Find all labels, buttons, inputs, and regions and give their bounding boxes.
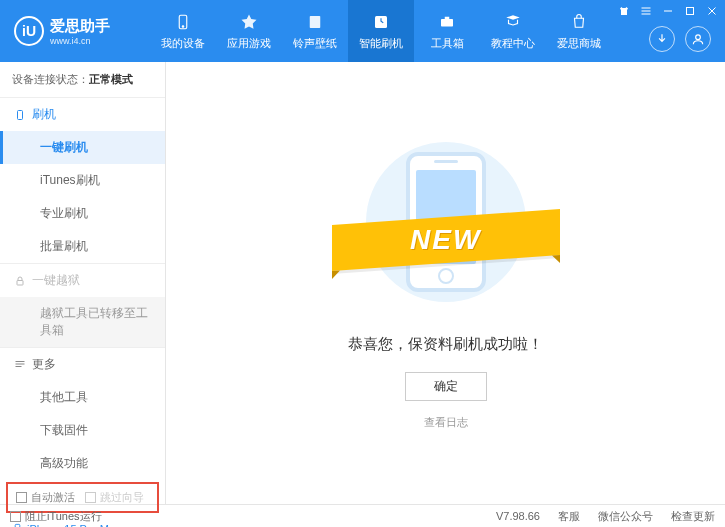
nav-label: 爱思商城 bbox=[557, 36, 601, 51]
lock-icon bbox=[14, 275, 26, 287]
phone-icon bbox=[14, 109, 26, 121]
sidebar-item-advanced[interactable]: 高级功能 bbox=[0, 447, 165, 480]
connection-status: 设备连接状态：正常模式 bbox=[0, 62, 165, 97]
sidebar-section-more[interactable]: 更多 bbox=[0, 348, 165, 381]
ok-button[interactable]: 确定 bbox=[405, 372, 487, 401]
main-content: NEW 恭喜您，保资料刷机成功啦！ 确定 查看日志 bbox=[166, 62, 725, 504]
nav-label: 我的设备 bbox=[161, 36, 205, 51]
checkbox-block-itunes[interactable]: 阻止iTunes运行 bbox=[10, 509, 102, 524]
sidebar-item-batch[interactable]: 批量刷机 bbox=[0, 230, 165, 263]
titlebar: iU 爱思助手 www.i4.cn 我的设备 应用游戏 铃声壁纸 智能刷机 工具… bbox=[0, 0, 725, 62]
svg-rect-14 bbox=[16, 361, 25, 362]
svg-rect-13 bbox=[17, 280, 23, 285]
nav-store[interactable]: 爱思商城 bbox=[546, 0, 612, 62]
svg-rect-3 bbox=[375, 16, 387, 28]
sidebar-item-other[interactable]: 其他工具 bbox=[0, 381, 165, 414]
nav-label: 教程中心 bbox=[491, 36, 535, 51]
checkbox-auto-activate[interactable]: 自动激活 bbox=[16, 490, 75, 505]
sidebar-item-jailbreak-note: 越狱工具已转移至工具箱 bbox=[0, 297, 165, 347]
success-message: 恭喜您，保资料刷机成功啦！ bbox=[348, 335, 543, 354]
footer-link-wechat[interactable]: 微信公众号 bbox=[598, 509, 653, 524]
sidebar-item-oneclick[interactable]: 一键刷机 bbox=[0, 131, 165, 164]
menu-icon[interactable] bbox=[639, 4, 653, 18]
ringtone-icon bbox=[305, 12, 325, 32]
tutorial-icon bbox=[503, 12, 523, 32]
sidebar-section-flash[interactable]: 刷机 bbox=[0, 98, 165, 131]
svg-rect-12 bbox=[18, 110, 23, 119]
sidebar-item-itunes[interactable]: iTunes刷机 bbox=[0, 164, 165, 197]
user-button[interactable] bbox=[685, 26, 711, 52]
sidebar-item-pro[interactable]: 专业刷机 bbox=[0, 197, 165, 230]
phone-icon bbox=[12, 523, 23, 527]
nav-label: 智能刷机 bbox=[359, 36, 403, 51]
nav-toolbox[interactable]: 工具箱 bbox=[414, 0, 480, 62]
app-url: www.i4.cn bbox=[50, 36, 110, 46]
footer-link-update[interactable]: 检查更新 bbox=[671, 509, 715, 524]
svg-rect-6 bbox=[642, 8, 651, 9]
svg-point-11 bbox=[696, 35, 701, 40]
maximize-icon[interactable] bbox=[683, 4, 697, 18]
nav-label: 应用游戏 bbox=[227, 36, 271, 51]
ribbon-text: NEW bbox=[410, 224, 481, 256]
nav-my-device[interactable]: 我的设备 bbox=[150, 0, 216, 62]
window-controls bbox=[617, 4, 719, 18]
svg-rect-9 bbox=[664, 11, 672, 12]
skin-icon[interactable] bbox=[617, 4, 631, 18]
top-nav: 我的设备 应用游戏 铃声壁纸 智能刷机 工具箱 教程中心 爱思商城 bbox=[150, 0, 612, 62]
svg-rect-15 bbox=[16, 364, 25, 365]
svg-rect-8 bbox=[642, 14, 651, 15]
app-title: 爱思助手 bbox=[50, 17, 110, 36]
svg-rect-10 bbox=[687, 8, 694, 15]
download-button[interactable] bbox=[649, 26, 675, 52]
footer-link-support[interactable]: 客服 bbox=[558, 509, 580, 524]
nav-apps[interactable]: 应用游戏 bbox=[216, 0, 282, 62]
nav-tutorials[interactable]: 教程中心 bbox=[480, 0, 546, 62]
version-label: V7.98.66 bbox=[496, 510, 540, 522]
apps-icon bbox=[239, 12, 259, 32]
nav-label: 工具箱 bbox=[431, 36, 464, 51]
nav-flash[interactable]: 智能刷机 bbox=[348, 0, 414, 62]
svg-rect-5 bbox=[445, 16, 450, 18]
nav-ringtones[interactable]: 铃声壁纸 bbox=[282, 0, 348, 62]
flash-icon bbox=[371, 12, 391, 32]
svg-rect-16 bbox=[16, 366, 22, 367]
minimize-icon[interactable] bbox=[661, 4, 675, 18]
sidebar-section-jailbreak: 一键越狱 bbox=[0, 264, 165, 297]
svg-rect-2 bbox=[310, 16, 321, 28]
sidebar: 设备连接状态：正常模式 刷机 一键刷机 iTunes刷机 专业刷机 批量刷机 一… bbox=[0, 62, 166, 504]
toolbox-icon bbox=[437, 12, 457, 32]
more-icon bbox=[14, 358, 26, 370]
close-icon[interactable] bbox=[705, 4, 719, 18]
svg-rect-7 bbox=[642, 11, 651, 12]
logo-area: iU 爱思助手 www.i4.cn bbox=[0, 16, 150, 46]
nav-label: 铃声壁纸 bbox=[293, 36, 337, 51]
checkbox-skip-guide[interactable]: 跳过向导 bbox=[85, 490, 144, 505]
store-icon bbox=[569, 12, 589, 32]
header-actions bbox=[649, 26, 711, 52]
sidebar-item-download-fw[interactable]: 下载固件 bbox=[0, 414, 165, 447]
device-icon bbox=[173, 12, 193, 32]
svg-point-1 bbox=[182, 25, 184, 27]
success-illustration: NEW bbox=[346, 137, 546, 307]
svg-rect-4 bbox=[441, 19, 453, 27]
view-log-link[interactable]: 查看日志 bbox=[424, 415, 468, 430]
logo-icon: iU bbox=[14, 16, 44, 46]
